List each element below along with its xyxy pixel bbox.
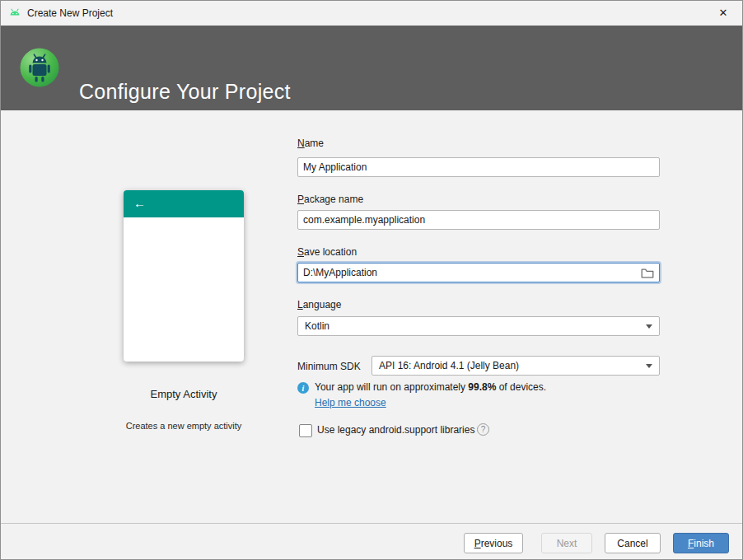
help-icon[interactable]: ? [477, 423, 489, 436]
template-preview-appbar: ← [124, 190, 244, 217]
button-bar: Previous Next Cancel Finish [1, 523, 742, 560]
window-title: Create New Project [27, 7, 113, 19]
language-value: Kotlin [305, 320, 329, 332]
template-description: Creates a new empty activity [82, 421, 285, 431]
close-button[interactable]: ✕ [704, 1, 742, 25]
language-dropdown[interactable]: Kotlin [297, 316, 660, 336]
finish-button[interactable]: Finish [673, 533, 729, 553]
info-icon: i [297, 382, 309, 394]
save-location-label: Save location [297, 246, 357, 258]
android-logo-icon [8, 7, 21, 20]
name-label: Name [297, 138, 324, 149]
back-arrow-icon: ← [133, 196, 146, 210]
title-bar: Create New Project ✕ [1, 1, 742, 26]
package-name-label: Package name [297, 194, 363, 205]
package-name-input[interactable] [297, 210, 660, 230]
minimum-sdk-value: API 16: Android 4.1 (Jelly Bean) [379, 360, 519, 371]
next-button: Next [541, 533, 592, 553]
language-label: Language [297, 299, 341, 310]
sdk-coverage-percent: 99.8% [468, 381, 496, 393]
close-icon: ✕ [719, 7, 728, 19]
cancel-button[interactable]: Cancel [605, 533, 661, 553]
template-name: Empty Activity [124, 388, 244, 400]
chevron-down-icon [646, 324, 652, 329]
template-preview: ← [124, 190, 244, 362]
legacy-support-label: Use legacy android.support libraries [317, 424, 474, 436]
save-location-input[interactable] [297, 263, 660, 282]
previous-button[interactable]: Previous [464, 533, 523, 553]
minimum-sdk-dropdown[interactable]: API 16: Android 4.1 (Jelly Bean) [372, 356, 660, 376]
minimum-sdk-label: Minimum SDK [297, 361, 361, 372]
name-input[interactable] [297, 157, 660, 177]
android-studio-logo-icon [19, 47, 60, 88]
folder-browse-icon[interactable] [641, 267, 656, 279]
legacy-support-checkbox[interactable] [299, 424, 312, 437]
create-new-project-dialog: Create New Project ✕ [0, 0, 743, 560]
page-title: Configure Your Project [79, 80, 291, 104]
sdk-coverage-note: Your app will run on approximately 99.8%… [315, 381, 546, 393]
wizard-header: Configure Your Project [1, 26, 742, 110]
chevron-down-icon [646, 364, 652, 368]
help-me-choose-link[interactable]: Help me choose [315, 397, 386, 408]
